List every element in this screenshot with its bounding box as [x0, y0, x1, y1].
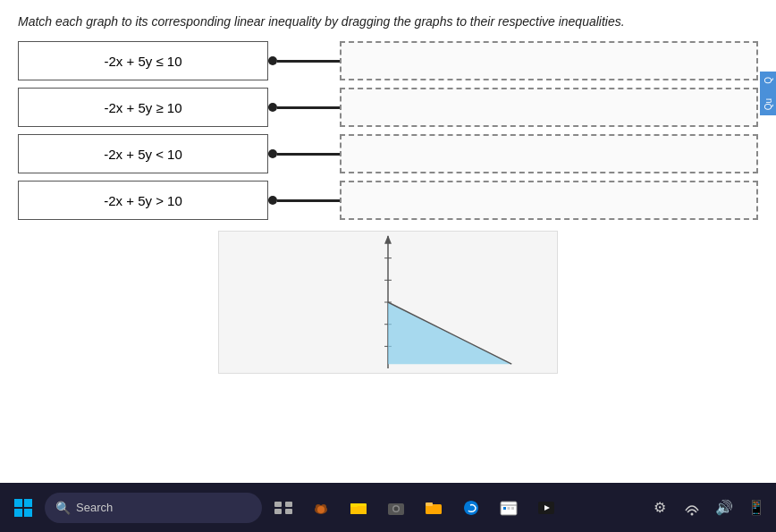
inequality-label-4: -2x + 5y > 10: [104, 193, 182, 208]
connector-line-1: [277, 60, 340, 63]
svg-rect-14: [274, 502, 282, 507]
instruction-text: Match each graph to its corresponding li…: [18, 14, 758, 29]
svg-rect-29: [426, 502, 433, 506]
inequality-box-3[interactable]: -2x + 5y < 10: [18, 134, 268, 173]
inequality-box-4[interactable]: -2x + 5y > 10: [18, 181, 268, 220]
media-button[interactable]: [530, 492, 562, 524]
taskbar-right: ⚙ 🔊 📱: [647, 495, 769, 520]
inequality-label-3: -2x + 5y < 10: [104, 147, 182, 162]
volume-icon[interactable]: 🔊: [712, 495, 737, 520]
connector-dot-2: [268, 103, 277, 112]
connector-2: [268, 88, 340, 127]
drop-zone-4[interactable]: [340, 181, 758, 220]
drop-zones-column: [340, 41, 758, 220]
nature-app-button[interactable]: [305, 492, 337, 524]
svg-rect-13: [24, 509, 32, 517]
camera-button[interactable]: [380, 492, 412, 524]
search-label: Search: [76, 501, 113, 514]
svg-rect-11: [24, 499, 32, 507]
inequality-box-2[interactable]: -2x + 5y ≥ 10: [18, 88, 268, 127]
graph-preview-area[interactable]: [218, 231, 558, 374]
settings-icon[interactable]: ⚙: [647, 495, 672, 520]
inequalities-column: -2x + 5y ≤ 10 -2x + 5y ≥ 10 -2x + 5y < 1…: [18, 41, 268, 220]
svg-rect-33: [508, 507, 510, 510]
edge-browser-button[interactable]: [455, 492, 487, 524]
connector-line-3: [277, 153, 340, 156]
side-indicator: Q Qu: [760, 72, 776, 115]
svg-point-21: [317, 506, 325, 513]
connector-1: [268, 41, 340, 80]
svg-rect-10: [14, 499, 22, 507]
svg-rect-12: [14, 509, 22, 517]
drop-zone-1[interactable]: [340, 41, 758, 80]
svg-rect-16: [274, 509, 282, 514]
inequality-box-1[interactable]: -2x + 5y ≤ 10: [18, 41, 268, 80]
unknown-app-icon[interactable]: 📱: [744, 495, 769, 520]
file-explorer-button[interactable]: [342, 492, 375, 524]
svg-rect-15: [285, 502, 292, 507]
svg-point-37: [691, 512, 694, 515]
svg-rect-34: [511, 507, 514, 510]
taskbar: 🔍 Search: [0, 483, 776, 532]
connector-dot-4: [268, 196, 277, 205]
search-icon: 🔍: [55, 501, 71, 515]
side-label-q[interactable]: Q: [762, 72, 775, 89]
search-bar[interactable]: 🔍 Search: [45, 493, 262, 523]
connectors-column: [268, 41, 340, 220]
side-label-qu[interactable]: Qu: [762, 93, 775, 115]
connector-3: [268, 134, 340, 173]
start-button[interactable]: [7, 492, 39, 524]
drop-zone-2[interactable]: [340, 88, 758, 127]
connector-4: [268, 181, 340, 220]
connector-line-2: [277, 106, 340, 109]
network-icon[interactable]: [679, 495, 704, 520]
inequality-label-2: -2x + 5y ≥ 10: [104, 100, 181, 115]
svg-rect-23: [350, 506, 367, 514]
connector-dot-3: [268, 149, 277, 158]
svg-rect-32: [503, 507, 506, 510]
svg-point-27: [394, 506, 399, 511]
calendar-button[interactable]: [493, 492, 525, 524]
inequality-label-1: -2x + 5y ≤ 10: [104, 54, 181, 69]
folder-button[interactable]: [418, 492, 450, 524]
drag-area: -2x + 5y ≤ 10 -2x + 5y ≥ 10 -2x + 5y < 1…: [18, 41, 758, 220]
svg-rect-17: [285, 509, 292, 514]
taskview-button[interactable]: [267, 492, 299, 524]
graph-svg: [219, 232, 557, 373]
connector-dot-1: [268, 56, 277, 65]
svg-rect-24: [350, 503, 358, 507]
connector-line-4: [277, 199, 340, 202]
main-content: Match each graph to its corresponding li…: [0, 0, 776, 483]
drop-zone-3[interactable]: [340, 134, 758, 173]
